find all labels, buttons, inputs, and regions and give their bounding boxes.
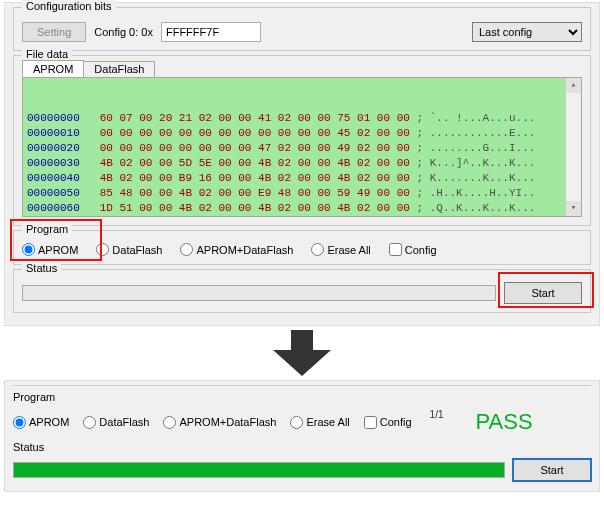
svg-marker-0 xyxy=(273,330,331,376)
config-bits-group: Configuration bits Setting Config 0: 0x … xyxy=(13,7,591,51)
hex-viewer[interactable]: 00000000 60 07 00 20 21 02 00 00 41 02 0… xyxy=(22,77,582,217)
hex-row: 00000040 4B 02 00 00 B9 16 00 00 4B 02 0… xyxy=(27,171,577,186)
radio-erase-all-b[interactable]: Erase All xyxy=(290,416,349,429)
hex-row: 00000070 4B 02 00 00 4B 02 00 00 4B 02 0… xyxy=(27,216,577,217)
program-group-top: Program APROM DataFlash APROM+DataFlash … xyxy=(13,230,591,265)
hex-scrollbar[interactable]: ▴ ▾ xyxy=(565,78,581,216)
config-bits-label: Configuration bits xyxy=(22,0,116,12)
config-history-select[interactable]: Last config xyxy=(472,22,582,42)
progress-counter: 1/1 xyxy=(430,409,444,420)
file-data-label: File data xyxy=(22,48,72,60)
progress-bar-bottom xyxy=(13,462,505,478)
config0-label: Config 0: 0x xyxy=(94,26,153,38)
radio-erase-all[interactable]: Erase All xyxy=(311,243,370,256)
hex-row: 00000010 00 00 00 00 00 00 00 00 00 00 0… xyxy=(27,126,577,141)
hex-row: 00000020 00 00 00 00 00 00 00 00 47 02 0… xyxy=(27,141,577,156)
status-group-top: Status Start xyxy=(13,269,591,313)
progress-bar-top xyxy=(22,285,496,301)
radio-aprom-dataflash-b[interactable]: APROM+DataFlash xyxy=(163,416,276,429)
radio-aprom-b[interactable]: APROM xyxy=(13,416,69,429)
arrow-down-icon xyxy=(0,330,604,376)
config0-value-input[interactable] xyxy=(161,22,261,42)
tab-dataflash[interactable]: DataFlash xyxy=(83,61,155,78)
radio-dataflash-b[interactable]: DataFlash xyxy=(83,416,149,429)
pass-label: PASS xyxy=(476,409,533,435)
tab-aprom[interactable]: APROM xyxy=(22,60,84,77)
check-config-b[interactable]: Config xyxy=(364,416,412,429)
status-group-bottom: Status Start xyxy=(13,441,591,481)
hex-row: 00000030 4B 02 00 00 5D 5E 00 00 4B 02 0… xyxy=(27,156,577,171)
file-data-group: File data APROM DataFlash 00000000 60 07… xyxy=(13,55,591,226)
program-label-bottom: Program xyxy=(13,391,591,403)
highlight-start-button xyxy=(498,272,594,308)
start-button-bottom[interactable]: Start xyxy=(513,459,591,481)
radio-aprom-dataflash[interactable]: APROM+DataFlash xyxy=(180,243,293,256)
status-label: Status xyxy=(22,262,61,274)
hex-row: 00000000 60 07 00 20 21 02 00 00 41 02 0… xyxy=(27,111,577,126)
highlight-program-aprom xyxy=(10,219,102,261)
status-label-bottom: Status xyxy=(13,441,591,453)
progress-fill-bottom xyxy=(14,463,504,477)
program-group-bottom: Program APROM DataFlash APROM+DataFlash … xyxy=(13,391,591,435)
check-config[interactable]: Config xyxy=(389,243,437,256)
setting-button[interactable]: Setting xyxy=(22,22,86,42)
radio-dataflash[interactable]: DataFlash xyxy=(96,243,162,256)
scroll-up-icon[interactable]: ▴ xyxy=(566,78,581,93)
scroll-down-icon[interactable]: ▾ xyxy=(566,201,581,216)
hex-row: 00000050 85 48 00 00 4B 02 00 00 E9 48 0… xyxy=(27,186,577,201)
hex-row: 00000060 1D 51 00 00 4B 02 00 00 4B 02 0… xyxy=(27,201,577,216)
